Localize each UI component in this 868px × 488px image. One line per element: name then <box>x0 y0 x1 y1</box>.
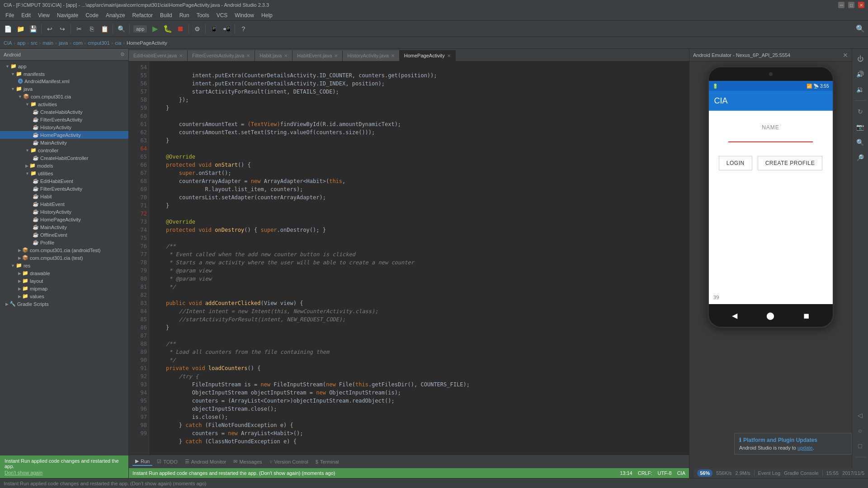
tab-android-monitor[interactable]: ☰ Android Monitor <box>182 458 229 465</box>
phone-home-button[interactable]: ⬤ <box>766 311 774 320</box>
toolbar-avd-btn[interactable]: 📲 <box>221 23 232 35</box>
tab-habit-close[interactable]: ✕ <box>284 53 288 58</box>
tab-filterevents[interactable]: FilterEventsActivity.java ✕ <box>188 50 255 61</box>
menu-build[interactable]: Build <box>156 11 176 19</box>
tree-edithabitevent[interactable]: ☕ EditHabitEvent <box>0 177 128 185</box>
emu-power-button[interactable]: ⏻ <box>854 52 867 65</box>
tree-history[interactable]: ☕ HistoryActivity <box>0 123 128 131</box>
menu-window[interactable]: Window <box>231 11 258 19</box>
toolbar-new-btn[interactable]: 📄 <box>2 23 14 35</box>
tree-androidmanifest[interactable]: 🅐 AndroidManifest.xml <box>0 78 128 85</box>
tree-profile[interactable]: ☕ Profile <box>0 239 128 246</box>
tree-androidtest[interactable]: ▶ 📦 com.cmput301.cia (androidTest) <box>0 246 128 254</box>
emu-zoom-out-button[interactable]: 🔎 <box>854 151 867 164</box>
tree-filterevents2[interactable]: ☕ FilterEventsActivity <box>0 185 128 192</box>
nav-app[interactable]: app <box>17 40 25 46</box>
tree-values[interactable]: ▶ 📁 values <box>0 292 128 300</box>
nav-src[interactable]: src <box>31 40 38 46</box>
phone-create-profile-button[interactable]: CREATE PROFILE <box>758 156 822 170</box>
nav-com[interactable]: com <box>73 40 83 46</box>
tab-edithabitevent-close[interactable]: ✕ <box>179 53 183 58</box>
code-area[interactable]: intent.putExtra(CounterDetailsActivity.I… <box>149 61 689 455</box>
toolbar-sdk-btn[interactable]: 📱 <box>208 23 220 35</box>
menu-code[interactable]: Code <box>82 11 102 19</box>
tree-manifests[interactable]: ▼ 📁 manifests <box>0 70 128 78</box>
phone-name-input[interactable] <box>728 132 813 142</box>
tree-offlineevent[interactable]: ☕ OfflineEvent <box>0 231 128 239</box>
event-log-btn[interactable]: Event Log <box>758 470 781 476</box>
tab-todo[interactable]: ☑ TODO <box>154 458 180 465</box>
emu-back-nav[interactable]: ◁ <box>854 409 867 422</box>
tree-gradle[interactable]: ▶ 🔧 Gradle Scripts <box>0 300 128 308</box>
tab-homepage[interactable]: HomePageActivity ✕ <box>400 50 456 61</box>
toolbar-help-btn[interactable]: ? <box>237 23 249 35</box>
tree-mainactivity[interactable]: ☕ MainActivity <box>0 139 128 146</box>
menu-navigate[interactable]: Navigate <box>53 11 82 19</box>
nav-homepage[interactable]: HomePageActivity <box>127 40 167 46</box>
toolbar-structure-btn[interactable]: ⚙ <box>191 23 203 35</box>
tab-homepage-close[interactable]: ✕ <box>447 53 451 58</box>
menu-help[interactable]: Help <box>258 11 276 19</box>
tree-drawable[interactable]: ▶ 📁 drawable <box>0 269 128 277</box>
tab-history-close[interactable]: ✕ <box>391 53 395 58</box>
toolbar-copy-btn[interactable]: ⎘ <box>86 23 98 35</box>
tab-terminal[interactable]: $ Terminal <box>313 458 342 465</box>
emu-screenshot-button[interactable]: 📷 <box>854 121 867 133</box>
toolbar-save-btn[interactable]: 💾 <box>27 23 39 35</box>
tree-utilities[interactable]: ▼ 📁 utilities <box>0 169 128 177</box>
nav-cia[interactable]: CIA <box>4 40 12 46</box>
tab-history[interactable]: HistoryActivity.java ✕ <box>343 50 399 61</box>
toolbar-stop-button[interactable]: ⏹ <box>175 23 186 35</box>
tree-java[interactable]: ▼ 📁 java <box>0 85 128 93</box>
menu-analyze[interactable]: Analyze <box>102 11 129 19</box>
close-button[interactable]: ✕ <box>858 2 864 8</box>
tree-mainactivity2[interactable]: ☕ MainActivity <box>0 223 128 231</box>
toolbar-open-btn[interactable]: 📁 <box>14 23 26 35</box>
toolbar-cut-btn[interactable]: ✂ <box>73 23 85 35</box>
menu-refactor[interactable]: Refactor <box>129 11 156 19</box>
menu-file[interactable]: File <box>2 11 18 19</box>
toolbar-paste-btn[interactable]: 📋 <box>99 23 110 35</box>
emu-home-nav[interactable]: ○ <box>854 424 867 437</box>
toolbar-undo-btn[interactable]: ↩ <box>44 23 56 35</box>
nav-cia-pkg[interactable]: cia <box>115 40 121 46</box>
toolbar-search-btn[interactable]: 🔍 <box>854 23 866 35</box>
toolbar-run-button[interactable]: ▶ <box>149 23 161 35</box>
tree-habit[interactable]: ☕ Habit <box>0 192 128 200</box>
tab-habitevent[interactable]: HabitEvent.java ✕ <box>292 50 343 61</box>
dont-show-link[interactable]: Don't show again <box>5 470 42 475</box>
tree-homepage2[interactable]: ☕ HomePageActivity <box>0 216 128 223</box>
maximize-button[interactable]: □ <box>848 2 854 8</box>
tab-messages[interactable]: ✉ Messages <box>231 458 264 465</box>
tab-run[interactable]: ▶ Run <box>132 457 152 466</box>
toolbar-app-label[interactable]: app <box>133 25 147 33</box>
menu-vcs[interactable]: VCS <box>213 11 231 19</box>
tab-habit[interactable]: Habit.java ✕ <box>255 50 292 61</box>
tree-habitevent[interactable]: ☕ HabitEvent <box>0 200 128 208</box>
emu-rect-nav[interactable]: □ <box>854 440 867 452</box>
tree-homepage[interactable]: ☕ HomePageActivity <box>0 131 128 139</box>
toolbar-debug-button[interactable]: 🐛 <box>162 23 174 35</box>
tree-mipmap[interactable]: ▶ 📁 mipmap <box>0 285 128 292</box>
tree-res[interactable]: ▼ 📁 res <box>0 262 128 269</box>
editor-content[interactable]: 5455565758 5960616263 64● 6566676869 707… <box>129 61 689 455</box>
toolbar-find-btn[interactable]: 🔍 <box>115 23 127 35</box>
minimize-button[interactable]: ─ <box>838 2 844 8</box>
menu-view[interactable]: View <box>34 11 53 19</box>
phone-login-button[interactable]: LOGIN <box>719 156 752 170</box>
nav-cmput301[interactable]: cmput301 <box>88 40 109 46</box>
tree-activities[interactable]: ▼ 📁 activities <box>0 100 128 108</box>
emu-rotate-button[interactable]: ↻ <box>854 105 867 118</box>
tree-models[interactable]: ▶ 📁 models <box>0 162 128 169</box>
emu-volume-down-button[interactable]: 🔉 <box>854 83 867 96</box>
emu-volume-up-button[interactable]: 🔊 <box>854 68 867 80</box>
update-link[interactable]: update <box>797 445 813 450</box>
menu-tools[interactable]: Tools <box>193 11 213 19</box>
tree-pkg-cia[interactable]: ▼ 📦 com.cmput301.cia <box>0 93 128 100</box>
emulator-close-button[interactable]: ✕ <box>843 52 848 59</box>
tree-controller[interactable]: ▼ 📁 controller <box>0 146 128 154</box>
phone-back-button[interactable]: ◀ <box>732 311 737 320</box>
tree-test[interactable]: ▶ 📦 com.cmput301.cia (test) <box>0 254 128 262</box>
gradle-console-btn[interactable]: Gradle Console <box>784 470 818 476</box>
phone-recent-button[interactable]: ◼ <box>803 311 809 320</box>
